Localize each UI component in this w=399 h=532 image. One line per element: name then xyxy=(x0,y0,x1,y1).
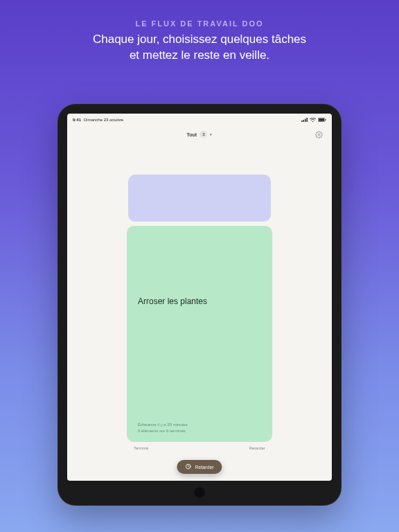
ipad-frame: 9:41 Dimanche 23 octobre Tout 3 ▾ xyxy=(57,104,342,506)
filter-label: Tout xyxy=(187,132,197,137)
clock-icon xyxy=(185,463,191,470)
status-time: 9:41 xyxy=(73,118,81,122)
filter-count-badge: 3 xyxy=(200,131,207,138)
settings-button[interactable] xyxy=(314,130,323,139)
task-card-background[interactable] xyxy=(128,175,271,222)
filter-dropdown[interactable]: Tout 3 ▾ xyxy=(187,131,213,138)
promo-headline-line1: Chaque jour, choisissez quelques tâches xyxy=(93,33,306,46)
promo-block: LE FLUX DE TRAVAIL DOO Chaque jour, choi… xyxy=(0,0,399,64)
app-header: Tout 3 ▾ xyxy=(67,123,332,145)
snooze-pill-button[interactable]: Retarder xyxy=(177,460,222,474)
snooze-pill-label: Retarder xyxy=(195,465,213,470)
status-bar: 9:41 Dimanche 23 octobre xyxy=(67,114,332,123)
chevron-down-icon: ▾ xyxy=(210,132,212,136)
task-meta: Échéance il y a 20 minutes 0 éléments su… xyxy=(138,422,261,434)
action-snooze[interactable]: Retarder xyxy=(249,446,265,450)
status-bar-left: 9:41 Dimanche 23 octobre xyxy=(73,118,123,122)
svg-rect-3 xyxy=(307,118,308,122)
ipad-screen: 9:41 Dimanche 23 octobre Tout 3 ▾ xyxy=(67,114,332,481)
card-actions-row: Terminé Retarder xyxy=(127,446,272,450)
svg-rect-0 xyxy=(301,121,303,122)
task-progress-text: 0 éléments sur 6 terminés xyxy=(138,428,261,434)
battery-icon xyxy=(318,118,326,122)
svg-point-7 xyxy=(318,134,320,136)
status-date: Dimanche 23 octobre xyxy=(84,118,123,122)
action-complete[interactable]: Terminé xyxy=(134,446,148,450)
svg-rect-6 xyxy=(326,119,326,121)
ipad-home-button[interactable] xyxy=(193,486,206,499)
svg-rect-2 xyxy=(305,118,306,122)
signal-icon xyxy=(301,118,308,122)
task-title: Arroser les plantes xyxy=(138,296,261,306)
task-due-text: Échéance il y a 20 minutes xyxy=(138,422,261,427)
gear-icon xyxy=(315,131,323,139)
status-bar-right xyxy=(301,118,326,122)
promo-headline-line2: et mettez le reste en veille. xyxy=(130,48,269,62)
wifi-icon xyxy=(310,118,316,122)
task-card-foreground[interactable]: Arroser les plantes Échéance il y a 20 m… xyxy=(127,226,272,442)
promo-eyebrow: LE FLUX DE TRAVAIL DOO xyxy=(14,19,385,28)
promo-headline: Chaque jour, choisissez quelques tâches … xyxy=(14,32,385,64)
card-stack: Arroser les plantes Échéance il y a 20 m… xyxy=(127,175,272,450)
svg-rect-5 xyxy=(319,118,324,121)
svg-rect-1 xyxy=(303,120,305,122)
